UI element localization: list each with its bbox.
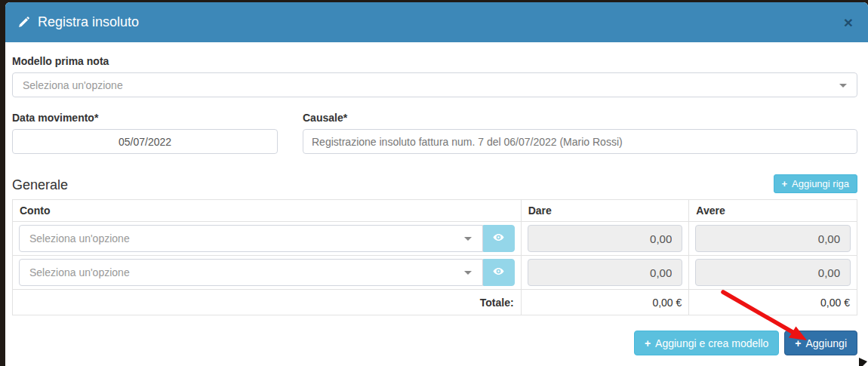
dialog-header: Registra insoluto × (5, 2, 868, 42)
avere-input (695, 259, 851, 286)
add-row-button-label: Aggiungi riga (792, 178, 849, 189)
causale-input[interactable] (303, 129, 857, 154)
eye-icon (493, 232, 504, 245)
plus-icon: + (782, 178, 788, 189)
plus-icon: + (795, 337, 801, 349)
dialog-body: Modello prima nota Seleziona un'opzione … (5, 42, 868, 355)
modello-label: Modello prima nota (12, 55, 857, 67)
registra-insoluto-dialog: Registra insoluto × Modello prima nota S… (5, 2, 868, 366)
dialog-footer: + Aggiungi e crea modello + Aggiungi (12, 331, 857, 355)
add-and-create-model-label: Aggiungi e crea modello (655, 337, 768, 349)
avere-cell (689, 256, 857, 290)
caret-down-icon (464, 237, 472, 241)
add-row-button[interactable]: + Aggiungi riga (774, 174, 857, 193)
close-icon[interactable]: × (841, 13, 856, 32)
total-dare: 0,00 € (521, 290, 689, 315)
table-row: Seleziona un'opzione (13, 222, 857, 256)
modello-select-placeholder: Seleziona un'opzione (23, 79, 123, 91)
total-label: Totale: (13, 290, 522, 315)
data-movimento-label: Data movimento* (12, 112, 278, 124)
dialog-title-text: Registra insoluto (38, 14, 139, 30)
pencil-icon (17, 16, 30, 29)
conto-select[interactable]: Seleziona un'opzione (19, 225, 483, 252)
column-header-conto: Conto (13, 200, 522, 222)
add-button[interactable]: + Aggiungi (784, 331, 857, 355)
eye-button[interactable] (483, 225, 515, 252)
eye-button[interactable] (483, 259, 515, 286)
add-and-create-model-button[interactable]: + Aggiungi e crea modello (634, 331, 779, 355)
dare-input (528, 225, 683, 252)
plus-icon: + (645, 337, 651, 349)
dare-cell (521, 256, 689, 290)
causale-label: Causale* (303, 112, 857, 124)
data-movimento-group: Data movimento* (12, 112, 278, 154)
date-causale-row: Data movimento* Causale* (12, 112, 857, 154)
causale-group: Causale* (303, 112, 857, 154)
data-movimento-input[interactable] (12, 129, 278, 154)
dialog-title: Registra insoluto (17, 14, 139, 30)
avere-input (695, 225, 851, 252)
caret-down-icon (464, 271, 472, 275)
generale-heading: Generale (12, 177, 68, 193)
page-background: { "modal": { "title": "Registra insoluto… (0, 0, 868, 366)
caret-down-icon (839, 84, 847, 88)
conto-cell: Seleziona un'opzione (13, 222, 522, 256)
total-avere: 0,00 € (689, 290, 857, 315)
dare-cell (521, 222, 689, 256)
dare-input (528, 259, 683, 286)
column-header-dare: Dare (521, 200, 689, 222)
conto-select[interactable]: Seleziona un'opzione (19, 259, 483, 286)
avere-cell (689, 222, 857, 256)
modello-field-group: Modello prima nota Seleziona un'opzione (12, 55, 857, 97)
total-row: Totale: 0,00 € 0,00 € (13, 290, 857, 315)
conto-cell: Seleziona un'opzione (13, 256, 522, 290)
table-row: Seleziona un'opzione (13, 256, 857, 290)
generale-header-row: Generale + Aggiungi riga (12, 174, 857, 193)
conto-select-placeholder: Seleziona un'opzione (29, 232, 130, 245)
column-header-avere: Avere (689, 200, 857, 222)
conto-select-placeholder: Seleziona un'opzione (29, 266, 130, 278)
table-header-row: Conto Dare Avere (13, 200, 857, 222)
modello-select[interactable]: Seleziona un'opzione (12, 72, 857, 97)
add-button-label: Aggiungi (806, 337, 848, 349)
eye-icon (493, 266, 504, 279)
prima-nota-table: Conto Dare Avere Seleziona un'opzione (12, 199, 857, 315)
